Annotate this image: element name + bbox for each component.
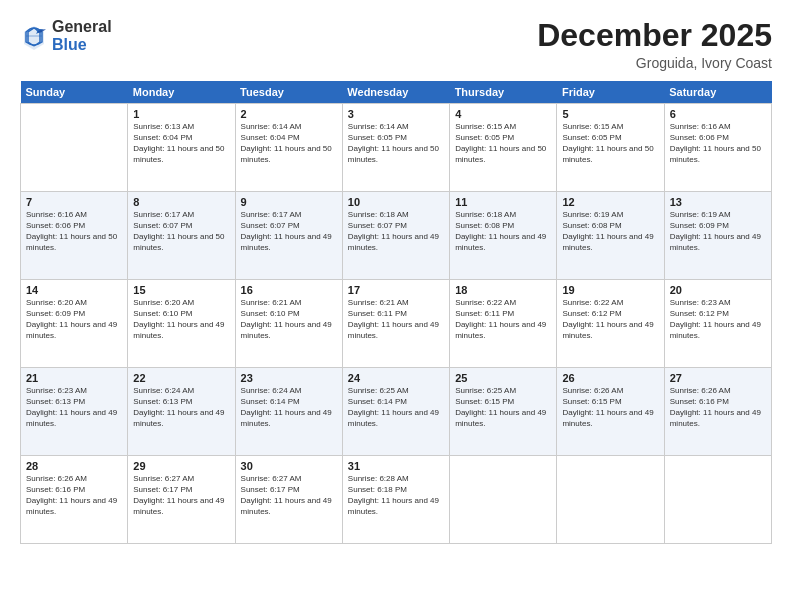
calendar-table: SundayMondayTuesdayWednesdayThursdayFrid… <box>20 81 772 544</box>
day-info: Sunrise: 6:26 AMSunset: 6:16 PMDaylight:… <box>670 386 766 429</box>
day-number: 17 <box>348 284 444 296</box>
calendar-cell: 5Sunrise: 6:15 AMSunset: 6:05 PMDaylight… <box>557 104 664 192</box>
calendar-cell: 31Sunrise: 6:28 AMSunset: 6:18 PMDayligh… <box>342 456 449 544</box>
calendar-cell: 4Sunrise: 6:15 AMSunset: 6:05 PMDaylight… <box>450 104 557 192</box>
month-title: December 2025 <box>537 18 772 53</box>
day-info: Sunrise: 6:22 AMSunset: 6:12 PMDaylight:… <box>562 298 658 341</box>
calendar-cell: 8Sunrise: 6:17 AMSunset: 6:07 PMDaylight… <box>128 192 235 280</box>
calendar-cell: 23Sunrise: 6:24 AMSunset: 6:14 PMDayligh… <box>235 368 342 456</box>
calendar-cell: 9Sunrise: 6:17 AMSunset: 6:07 PMDaylight… <box>235 192 342 280</box>
day-info: Sunrise: 6:16 AMSunset: 6:06 PMDaylight:… <box>670 122 766 165</box>
day-info: Sunrise: 6:21 AMSunset: 6:11 PMDaylight:… <box>348 298 444 341</box>
day-number: 21 <box>26 372 122 384</box>
calendar-day-header: Thursday <box>450 81 557 104</box>
calendar-cell: 3Sunrise: 6:14 AMSunset: 6:05 PMDaylight… <box>342 104 449 192</box>
day-number: 18 <box>455 284 551 296</box>
calendar-cell <box>557 456 664 544</box>
calendar-cell: 12Sunrise: 6:19 AMSunset: 6:08 PMDayligh… <box>557 192 664 280</box>
calendar-cell: 25Sunrise: 6:25 AMSunset: 6:15 PMDayligh… <box>450 368 557 456</box>
day-number: 14 <box>26 284 122 296</box>
day-info: Sunrise: 6:16 AMSunset: 6:06 PMDaylight:… <box>26 210 122 253</box>
day-number: 8 <box>133 196 229 208</box>
day-number: 13 <box>670 196 766 208</box>
day-info: Sunrise: 6:14 AMSunset: 6:05 PMDaylight:… <box>348 122 444 165</box>
calendar-cell: 21Sunrise: 6:23 AMSunset: 6:13 PMDayligh… <box>21 368 128 456</box>
day-number: 22 <box>133 372 229 384</box>
calendar-cell: 11Sunrise: 6:18 AMSunset: 6:08 PMDayligh… <box>450 192 557 280</box>
day-info: Sunrise: 6:25 AMSunset: 6:14 PMDaylight:… <box>348 386 444 429</box>
day-info: Sunrise: 6:18 AMSunset: 6:07 PMDaylight:… <box>348 210 444 253</box>
calendar-cell: 27Sunrise: 6:26 AMSunset: 6:16 PMDayligh… <box>664 368 771 456</box>
location: Groguida, Ivory Coast <box>537 55 772 71</box>
day-number: 9 <box>241 196 337 208</box>
calendar-cell: 30Sunrise: 6:27 AMSunset: 6:17 PMDayligh… <box>235 456 342 544</box>
logo-blue: Blue <box>52 36 87 53</box>
day-info: Sunrise: 6:26 AMSunset: 6:16 PMDaylight:… <box>26 474 122 517</box>
calendar-cell: 14Sunrise: 6:20 AMSunset: 6:09 PMDayligh… <box>21 280 128 368</box>
day-number: 25 <box>455 372 551 384</box>
day-info: Sunrise: 6:25 AMSunset: 6:15 PMDaylight:… <box>455 386 551 429</box>
calendar-cell: 18Sunrise: 6:22 AMSunset: 6:11 PMDayligh… <box>450 280 557 368</box>
day-number: 30 <box>241 460 337 472</box>
calendar-week-row: 28Sunrise: 6:26 AMSunset: 6:16 PMDayligh… <box>21 456 772 544</box>
calendar-cell <box>21 104 128 192</box>
calendar-header-row: SundayMondayTuesdayWednesdayThursdayFrid… <box>21 81 772 104</box>
day-number: 5 <box>562 108 658 120</box>
calendar-cell: 2Sunrise: 6:14 AMSunset: 6:04 PMDaylight… <box>235 104 342 192</box>
day-info: Sunrise: 6:24 AMSunset: 6:14 PMDaylight:… <box>241 386 337 429</box>
calendar-day-header: Saturday <box>664 81 771 104</box>
logo: General Blue <box>20 18 112 55</box>
title-block: December 2025 Groguida, Ivory Coast <box>537 18 772 71</box>
calendar-cell: 29Sunrise: 6:27 AMSunset: 6:17 PMDayligh… <box>128 456 235 544</box>
page: General Blue December 2025 Groguida, Ivo… <box>0 0 792 612</box>
logo-text: General Blue <box>52 18 112 55</box>
day-number: 10 <box>348 196 444 208</box>
day-number: 6 <box>670 108 766 120</box>
day-number: 19 <box>562 284 658 296</box>
day-info: Sunrise: 6:13 AMSunset: 6:04 PMDaylight:… <box>133 122 229 165</box>
day-info: Sunrise: 6:15 AMSunset: 6:05 PMDaylight:… <box>562 122 658 165</box>
calendar-cell <box>450 456 557 544</box>
day-number: 29 <box>133 460 229 472</box>
day-number: 12 <box>562 196 658 208</box>
day-number: 15 <box>133 284 229 296</box>
day-info: Sunrise: 6:27 AMSunset: 6:17 PMDaylight:… <box>241 474 337 517</box>
calendar-day-header: Friday <box>557 81 664 104</box>
calendar-day-header: Sunday <box>21 81 128 104</box>
calendar-cell: 7Sunrise: 6:16 AMSunset: 6:06 PMDaylight… <box>21 192 128 280</box>
calendar-week-row: 1Sunrise: 6:13 AMSunset: 6:04 PMDaylight… <box>21 104 772 192</box>
day-number: 26 <box>562 372 658 384</box>
calendar-cell: 17Sunrise: 6:21 AMSunset: 6:11 PMDayligh… <box>342 280 449 368</box>
calendar-cell: 16Sunrise: 6:21 AMSunset: 6:10 PMDayligh… <box>235 280 342 368</box>
day-number: 7 <box>26 196 122 208</box>
calendar-cell: 26Sunrise: 6:26 AMSunset: 6:15 PMDayligh… <box>557 368 664 456</box>
calendar-cell: 13Sunrise: 6:19 AMSunset: 6:09 PMDayligh… <box>664 192 771 280</box>
header: General Blue December 2025 Groguida, Ivo… <box>20 18 772 71</box>
day-number: 27 <box>670 372 766 384</box>
day-info: Sunrise: 6:22 AMSunset: 6:11 PMDaylight:… <box>455 298 551 341</box>
day-number: 11 <box>455 196 551 208</box>
day-number: 20 <box>670 284 766 296</box>
day-info: Sunrise: 6:23 AMSunset: 6:13 PMDaylight:… <box>26 386 122 429</box>
calendar-cell: 19Sunrise: 6:22 AMSunset: 6:12 PMDayligh… <box>557 280 664 368</box>
logo-icon <box>20 22 48 50</box>
day-number: 1 <box>133 108 229 120</box>
day-info: Sunrise: 6:27 AMSunset: 6:17 PMDaylight:… <box>133 474 229 517</box>
day-info: Sunrise: 6:18 AMSunset: 6:08 PMDaylight:… <box>455 210 551 253</box>
calendar-cell: 1Sunrise: 6:13 AMSunset: 6:04 PMDaylight… <box>128 104 235 192</box>
calendar-day-header: Tuesday <box>235 81 342 104</box>
day-info: Sunrise: 6:20 AMSunset: 6:09 PMDaylight:… <box>26 298 122 341</box>
day-info: Sunrise: 6:21 AMSunset: 6:10 PMDaylight:… <box>241 298 337 341</box>
logo-general: General <box>52 18 112 35</box>
calendar-cell: 28Sunrise: 6:26 AMSunset: 6:16 PMDayligh… <box>21 456 128 544</box>
day-info: Sunrise: 6:17 AMSunset: 6:07 PMDaylight:… <box>133 210 229 253</box>
day-info: Sunrise: 6:20 AMSunset: 6:10 PMDaylight:… <box>133 298 229 341</box>
calendar-cell: 15Sunrise: 6:20 AMSunset: 6:10 PMDayligh… <box>128 280 235 368</box>
day-info: Sunrise: 6:17 AMSunset: 6:07 PMDaylight:… <box>241 210 337 253</box>
day-info: Sunrise: 6:15 AMSunset: 6:05 PMDaylight:… <box>455 122 551 165</box>
calendar-cell: 6Sunrise: 6:16 AMSunset: 6:06 PMDaylight… <box>664 104 771 192</box>
day-number: 31 <box>348 460 444 472</box>
day-info: Sunrise: 6:24 AMSunset: 6:13 PMDaylight:… <box>133 386 229 429</box>
calendar-day-header: Monday <box>128 81 235 104</box>
day-number: 16 <box>241 284 337 296</box>
